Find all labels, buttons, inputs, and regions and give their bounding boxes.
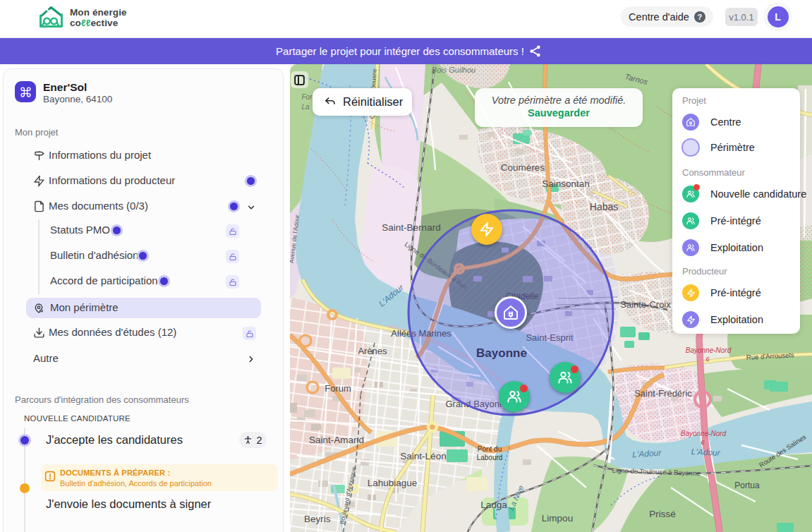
svg-text:Lahubiague: Lahubiague — [368, 478, 418, 488]
svg-text:Sainsontan: Sainsontan — [542, 179, 590, 189]
svg-text:Beyris: Beyris — [304, 514, 331, 524]
svg-text:6: 6 — [705, 356, 709, 363]
svg-text:Saint-Frédéric: Saint-Frédéric — [634, 388, 692, 399]
svg-text:Limpou: Limpou — [542, 513, 573, 524]
svg-text:Portua: Portua — [734, 480, 760, 490]
svg-text:Bayonne-Nord: Bayonne-Nord — [681, 430, 727, 437]
svg-text:Forum: Forum — [325, 383, 351, 394]
svg-text:L'Adour: L'Adour — [691, 447, 721, 458]
svg-text:Prissé: Prissé — [649, 509, 676, 519]
svg-text:Saint-Bernard: Saint-Bernard — [382, 222, 440, 233]
svg-text:Labourd: Labourd — [477, 454, 503, 461]
svg-text:Lauga: Lauga — [480, 500, 507, 510]
svg-text:Bois Guilhou: Bois Guilhou — [432, 66, 475, 74]
svg-text:Habas: Habas — [590, 201, 618, 212]
svg-text:Arènes: Arènes — [358, 346, 387, 356]
svg-text:For: For — [302, 93, 313, 101]
svg-text:Coumères: Coumères — [501, 162, 545, 173]
svg-text:6: 6 — [701, 439, 704, 446]
svg-text:L'Adour: L'Adour — [632, 448, 662, 460]
svg-text:Pont du: Pont du — [478, 445, 502, 453]
svg-text:Saint-Amand: Saint-Amand — [309, 435, 364, 445]
svg-text:Saint-Léon: Saint-Léon — [400, 451, 446, 461]
svg-text:La: La — [301, 103, 310, 111]
svg-text:Sainte-Croix: Sainte-Croix — [620, 299, 671, 310]
svg-text:Bayonne-Nord: Bayonne-Nord — [686, 346, 732, 354]
